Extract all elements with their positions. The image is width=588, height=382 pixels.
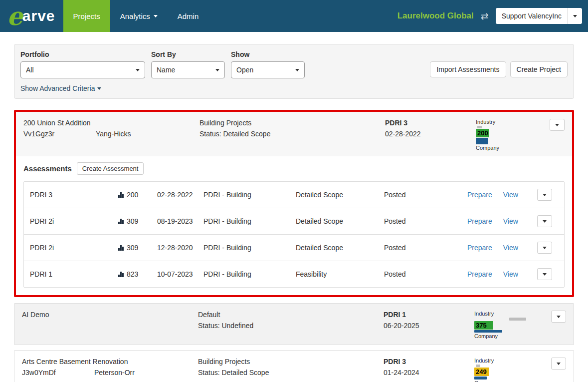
chevron-down-icon [295, 69, 299, 71]
project-menu-button[interactable] [551, 311, 566, 323]
company-label: Company [474, 333, 539, 340]
sort-select[interactable]: Name [151, 61, 225, 78]
import-assessments-button[interactable]: Import Assessments [430, 61, 506, 77]
support-button[interactable]: Support ValencyInc [496, 8, 568, 24]
company-label: Company [476, 145, 541, 151]
assessment-status: Posted [384, 244, 467, 252]
score-value: 200 [476, 129, 488, 137]
assessment-row[interactable]: PDRI 2i 309 08-19-2023 PDRI - Building D… [24, 208, 564, 234]
project-name: 200 Union St Addition [23, 119, 199, 127]
view-link[interactable]: View [503, 217, 518, 225]
project-owner: Yang-Hicks [96, 130, 131, 138]
bar-chart-icon [118, 192, 124, 198]
view-link[interactable]: View [503, 270, 518, 278]
project-menu-button[interactable] [551, 358, 566, 370]
assessment-row[interactable]: PDRI 2i 309 12-28-2020 PDRI - Building D… [24, 234, 564, 261]
score-bar: 249 [474, 368, 489, 376]
industry-bar [509, 318, 526, 321]
nav-tab-analytics[interactable]: Analytics [110, 0, 168, 32]
show-advanced-criteria-link[interactable]: Show Advanced Criteria [20, 84, 101, 92]
project-assessment-date: 01-24-2024 [384, 369, 474, 377]
company-label: Company [474, 380, 539, 382]
assessment-name: PDRI 2i [30, 244, 118, 252]
create-project-button[interactable]: Create Project [510, 61, 568, 77]
assessment-row[interactable]: PDRI 1 823 10-07-2023 PDRI - Building Fe… [24, 261, 564, 287]
assessment-date: 10-07-2023 [157, 270, 203, 278]
prepare-link[interactable]: Prepare [467, 270, 492, 278]
navbar-right: Laurelwood Global ⇄ Support ValencyInc [397, 0, 582, 32]
show-select[interactable]: Open [231, 61, 305, 78]
nav-analytics-label: Analytics [120, 12, 150, 20]
assessment-date: 02-28-2022 [157, 191, 203, 199]
score-benchmark-chart: Industry 249 Company [474, 358, 539, 382]
app-logo[interactable]: earve [7, 0, 55, 32]
industry-bar [476, 365, 480, 367]
score-value: 375 [474, 322, 487, 329]
industry-label: Industry [474, 311, 539, 317]
project-card: AI Demo Default Status: Undefined PDRI 1… [14, 303, 574, 345]
support-split-button: Support ValencyInc [496, 8, 582, 24]
bar-chart-icon [118, 272, 124, 277]
prepare-link[interactable]: Prepare [467, 217, 492, 225]
support-menu-button[interactable] [568, 8, 582, 24]
prepare-link[interactable]: Prepare [467, 244, 492, 252]
show-filter: Show Open [231, 50, 305, 78]
company-bar [476, 138, 488, 144]
score-bar: 200 [476, 129, 489, 137]
create-assessment-button[interactable]: Create Assessment [77, 162, 144, 175]
assessment-phase: Detailed Scope [296, 191, 384, 199]
project-header[interactable]: 200 Union St Addition Vv1Ggz3rYang-Hicks… [16, 112, 572, 156]
project-status: Status: Detailed Scope [198, 369, 384, 377]
caret-down-icon [543, 273, 547, 276]
project-code: J3w0YmDf [22, 369, 94, 377]
industry-label: Industry [476, 119, 541, 125]
project-owner: Peterson-Orr [94, 369, 135, 377]
assessment-status: Posted [384, 270, 467, 278]
view-link[interactable]: View [503, 244, 518, 252]
nav-tab-projects[interactable]: Projects [63, 0, 110, 32]
project-header[interactable]: Arts Centre Basement Renovation J3w0YmDf… [14, 351, 574, 382]
company-bar [474, 377, 487, 380]
project-menu-button[interactable] [550, 119, 565, 131]
assessment-phase: Detailed Scope [296, 217, 384, 225]
top-navbar: earve Projects Analytics Admin Laurelwoo… [0, 0, 588, 32]
assessment-phase: Feasibility [296, 270, 384, 278]
prepare-link[interactable]: Prepare [467, 191, 492, 199]
switch-org-icon[interactable]: ⇄ [481, 10, 489, 22]
assessment-menu-button[interactable] [537, 189, 552, 201]
logo-text: arve [22, 7, 55, 24]
assessment-row[interactable]: PDRI 3 200 02-28-2022 PDRI - Building De… [24, 182, 564, 208]
assessments-title: Assessments [23, 164, 72, 173]
assessments-table: PDRI 3 200 02-28-2022 PDRI - Building De… [23, 181, 565, 288]
score-value: 249 [474, 368, 487, 376]
main-nav: Projects Analytics Admin [63, 0, 209, 32]
project-card: 200 Union St Addition Vv1Ggz3rYang-Hicks… [14, 110, 574, 297]
assessment-menu-button[interactable] [537, 215, 552, 227]
caret-down-icon [555, 124, 559, 126]
project-portfolio: Building Projects [198, 358, 384, 366]
company-bar [474, 330, 502, 333]
page-content: Portfolio All Sort By Name Show Open [14, 44, 574, 382]
bar-chart-icon [118, 219, 124, 224]
assessment-menu-button[interactable] [537, 268, 552, 280]
caret-down-icon [543, 247, 547, 249]
assessments-section: Assessments Create Assessment PDRI 3 200… [16, 156, 572, 295]
nav-projects-label: Projects [73, 12, 100, 20]
chevron-down-icon [215, 69, 219, 71]
project-header[interactable]: AI Demo Default Status: Undefined PDRI 1… [14, 304, 574, 345]
assessment-status: Posted [384, 191, 467, 199]
caret-down-icon [557, 316, 561, 318]
assessment-type: PDRI - Building [203, 270, 296, 278]
view-link[interactable]: View [503, 191, 518, 199]
portfolio-select[interactable]: All [20, 61, 145, 78]
project-code: Vv1Ggz3r [23, 130, 96, 138]
caret-down-icon [543, 194, 547, 196]
caret-down-icon [573, 15, 577, 17]
active-org-name[interactable]: Laurelwood Global [397, 11, 474, 21]
assessment-menu-button[interactable] [537, 242, 552, 254]
sort-selected-value: Name [157, 66, 175, 74]
caret-down-icon [543, 220, 547, 223]
nav-tab-admin[interactable]: Admin [168, 0, 209, 32]
portfolio-label: Portfolio [20, 50, 145, 58]
project-portfolio: Default [198, 311, 384, 319]
